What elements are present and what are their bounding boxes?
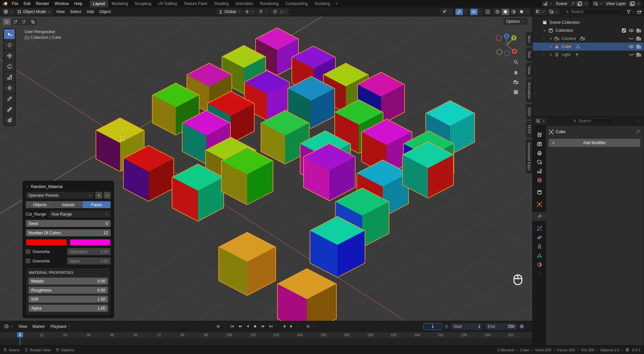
breadcrumb-object-name[interactable]: Cube [556, 129, 566, 134]
select-mode-invert-button[interactable] [29, 18, 37, 25]
copy-icon[interactable] [577, 1, 583, 6]
viewport-menu-select[interactable]: Select [67, 8, 84, 15]
shading-wireframe-button[interactable] [494, 9, 501, 15]
new-collection-icon[interactable] [637, 9, 642, 14]
properties-tab-constraints[interactable] [533, 242, 546, 251]
tool-select-box[interactable] [4, 29, 15, 39]
properties-tab-world[interactable] [533, 176, 546, 185]
workspace-tab-layout[interactable]: Layout [90, 0, 108, 7]
outliner-row-camera[interactable]: Camera [533, 35, 644, 43]
seed-field[interactable]: Seed 0 [26, 220, 111, 227]
menu-edit[interactable]: Edit [21, 1, 33, 7]
pin-icon[interactable] [571, 1, 575, 6]
timeline-menu-view[interactable]: View [16, 323, 30, 330]
scene-selector[interactable]: Scene [542, 1, 589, 7]
add-preset-button[interactable] [95, 192, 102, 199]
chevron-down-icon[interactable] [312, 325, 316, 328]
properties-search-input[interactable] [579, 119, 607, 123]
editor-type-button[interactable] [2, 8, 14, 15]
properties-editor-type-button[interactable] [534, 118, 546, 124]
outliner-scope-button[interactable] [548, 8, 560, 15]
value-field[interactable]: Value 1.00 [67, 257, 111, 264]
copy-icon[interactable] [629, 1, 635, 6]
outliner-row-scene-collection[interactable]: Scene Collection [533, 18, 644, 26]
scene-name[interactable]: Scene [554, 1, 569, 6]
workspace-tab-sculpting[interactable]: Sculpting [131, 0, 155, 7]
number-of-colors-field[interactable]: Number Of Colors 12 [26, 229, 111, 236]
sidebar-tab-tool[interactable]: Tool [526, 48, 532, 61]
chevron-down-icon[interactable] [285, 10, 288, 13]
camera-toggle-icon[interactable] [635, 36, 642, 42]
shading-rendered-button[interactable] [518, 9, 525, 15]
timeline-menu-marker[interactable]: Marker [30, 323, 48, 330]
expander-closed-icon[interactable] [548, 52, 553, 57]
selectability-toggle[interactable] [441, 9, 448, 15]
cube-object[interactable] [219, 232, 276, 296]
timeline-menu-playback[interactable]: Playback [48, 323, 74, 330]
keying-set-button[interactable] [305, 323, 312, 330]
timeline-track-area[interactable] [0, 338, 532, 345]
snap-magnet-toggle[interactable] [257, 9, 265, 15]
eye-toggle-icon[interactable] [628, 44, 635, 50]
pan-hand-icon[interactable] [513, 69, 519, 75]
expander-closed-icon[interactable] [548, 36, 553, 41]
chevron-down-icon[interactable] [526, 10, 529, 13]
camera-toggle-icon[interactable] [635, 44, 642, 50]
jump-to-start-button[interactable] [229, 323, 236, 330]
tool-annotate[interactable] [4, 94, 15, 104]
checkbox-toggle-icon[interactable] [620, 27, 628, 34]
workspace-tab-uv-editing[interactable]: UV Editing [155, 0, 180, 7]
menu-render[interactable]: Render [33, 1, 52, 7]
sidebar-tab-screencast-keys[interactable]: Screencast Keys [526, 139, 532, 174]
overwrite-saturation-checkbox[interactable] [26, 249, 30, 254]
tool-move[interactable] [4, 51, 15, 61]
properties-tab-object[interactable] [533, 200, 546, 209]
workspace-tab-shading[interactable]: Shading [211, 0, 232, 7]
shading-solid-button[interactable] [502, 9, 509, 15]
properties-tab-data[interactable] [533, 251, 546, 260]
segment-faces[interactable]: Faces [83, 201, 111, 208]
properties-tab-material[interactable] [533, 260, 546, 269]
camera-toggle-icon[interactable] [635, 27, 642, 34]
viewport-menu-object[interactable]: Object [97, 8, 114, 15]
orthographic-icon[interactable] [513, 90, 519, 95]
close-icon[interactable] [584, 2, 588, 6]
outliner-item-label[interactable]: Scene Collection [548, 20, 581, 25]
outliner-search[interactable] [562, 9, 624, 15]
transform-orientation[interactable]: Global [216, 8, 243, 15]
jump-to-end-button[interactable] [267, 323, 274, 330]
view-layer-selector[interactable]: View Layer [592, 1, 642, 7]
menu-file[interactable]: File [9, 1, 21, 7]
properties-tab-view-layer[interactable] [533, 158, 546, 167]
overwrite-value-checkbox[interactable] [26, 259, 30, 263]
play-reverse-button[interactable] [244, 323, 251, 330]
metalic-field[interactable]: Metalic 0.00 [29, 278, 108, 285]
sidebar-tab-view[interactable]: View [526, 63, 532, 78]
axis-negz[interactable] [504, 51, 510, 56]
outliner-row-cube[interactable]: Cube [533, 43, 644, 51]
timeline-editor-type-button[interactable] [3, 323, 15, 330]
properties-tab-scene[interactable] [533, 167, 546, 176]
tool-transform[interactable] [4, 83, 15, 93]
tool-rotate[interactable] [4, 61, 15, 71]
eye-closed-toggle-icon[interactable] [628, 52, 635, 58]
tool-cursor[interactable] [4, 40, 15, 50]
roughness-field[interactable]: Roughness 0.50 [29, 287, 108, 294]
sidebar-tab-ssgi[interactable]: SSGI [526, 104, 532, 119]
step-back-button[interactable] [280, 323, 287, 330]
sidebar-tab-animation[interactable]: Animation [526, 79, 532, 102]
outliner-item-label[interactable]: Light [560, 52, 571, 57]
viewport-menu-view[interactable]: View [53, 8, 67, 15]
axis-negy[interactable] [497, 49, 502, 55]
properties-tab-physics[interactable] [533, 233, 546, 242]
properties-search[interactable] [570, 118, 614, 124]
sync-globe-icon[interactable] [519, 324, 524, 329]
jump-next-keyframe-button[interactable] [260, 323, 267, 330]
mode-selector[interactable]: Object Mode [15, 8, 53, 15]
outliner-row-collection[interactable]: Collection [533, 26, 644, 35]
segment-objects[interactable]: Objects [26, 201, 54, 208]
frame-ruler[interactable]: 1 12243648607284961081201321441561681801… [0, 332, 532, 345]
pin-icon[interactable] [636, 129, 640, 134]
jump-prev-keyframe-button[interactable] [236, 323, 244, 330]
chevron-down-icon[interactable] [632, 10, 636, 13]
